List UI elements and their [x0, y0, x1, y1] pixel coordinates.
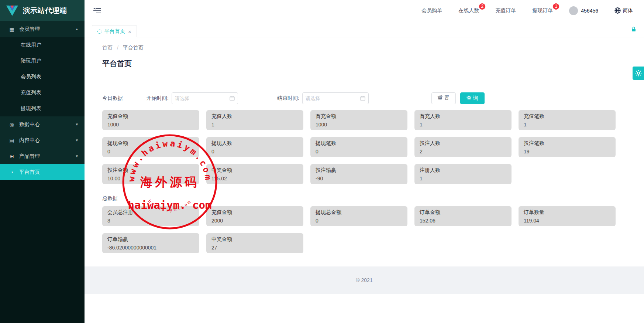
topbar: 会员购单 在线人数 2 充值订单 提现订单 1 — [85, 0, 644, 21]
sidebar-item[interactable]: 内容中心 — [0, 132, 85, 148]
stat-value: -90 — [316, 176, 402, 181]
sidebar-item[interactable]: 提现列表 — [0, 101, 85, 116]
stat-value: 0 — [211, 149, 298, 154]
stat-card: 订单输赢 -86.02000000000001 — [102, 233, 199, 253]
sidebar-item[interactable]: 会员管理 — [0, 21, 85, 37]
page-footer: © 2021 — [85, 266, 644, 294]
stat-card: 首充人数 1 — [414, 110, 512, 130]
grid-icon — [8, 26, 16, 32]
refresh-icon[interactable] — [97, 30, 101, 34]
sidebar-item[interactable]: 平台首页 — [0, 164, 85, 180]
breadcrumb-home[interactable]: 首页 — [102, 45, 113, 51]
end-date-input[interactable] — [306, 96, 360, 101]
start-date-picker[interactable] — [172, 92, 238, 104]
stat-value: 1000 — [107, 122, 194, 127]
stat-label: 会员总注册 — [107, 209, 194, 216]
stat-value: 2 — [420, 149, 506, 154]
stat-card: 投注输赢 -90 — [310, 164, 407, 184]
sidebar-filler — [0, 180, 85, 323]
breadcrumb-separator: / — [117, 45, 118, 51]
top-nav: 会员购单 在线人数 2 充值订单 提现订单 1 — [421, 6, 633, 15]
stat-label: 投注笔数 — [524, 140, 610, 147]
start-time-label: 开始时间: — [147, 95, 169, 102]
stat-value: 115.02 — [211, 176, 298, 181]
stat-value: 119.04 — [524, 218, 610, 224]
settings-gear-button[interactable] — [633, 67, 644, 80]
avatar — [569, 6, 578, 15]
menu-fold-icon[interactable] — [93, 8, 101, 14]
stat-label: 投注金额 — [107, 167, 194, 174]
stat-label: 充值人数 — [211, 113, 298, 120]
stat-card: 注册人数 1 — [414, 164, 512, 184]
stat-card: 中奖金额 27 — [206, 233, 303, 253]
top-nav-item[interactable]: 在线人数 2 — [458, 7, 479, 14]
stat-value: 0 — [107, 149, 194, 154]
stat-label: 提现笔数 — [316, 140, 402, 147]
stat-label: 投注人数 — [420, 140, 506, 147]
stat-label: 充值金额 — [211, 209, 298, 216]
app-title: 演示站代理端 — [23, 6, 67, 16]
stat-label: 订单输赢 — [107, 236, 194, 243]
total-data-label: 总数据 — [102, 195, 616, 202]
stat-card: 提现人数 0 — [206, 137, 303, 157]
end-time-label: 结束时间: — [277, 95, 299, 102]
stat-label: 首充人数 — [420, 113, 506, 120]
breadcrumb-current: 平台首页 — [123, 45, 144, 51]
end-date-picker[interactable] — [302, 92, 369, 104]
start-date-input[interactable] — [175, 96, 230, 101]
sidebar-item[interactable]: 产品管理 — [0, 148, 85, 164]
sidebar-item[interactable]: 陪玩用户 — [0, 53, 85, 69]
breadcrumb: 首页 / 平台首页 — [102, 45, 616, 51]
stat-value: 1 — [420, 176, 506, 181]
stat-value: 27 — [211, 245, 298, 251]
stat-label: 订单数量 — [524, 209, 610, 216]
today-data-label: 今日数据 — [102, 95, 123, 102]
stat-card: 中奖金额 115.02 — [206, 164, 303, 184]
user-menu[interactable]: 456456 — [569, 6, 598, 15]
top-nav-item[interactable]: 提现订单 1 — [532, 7, 553, 14]
tab-platform-home[interactable]: 平台首页 × — [92, 25, 137, 37]
stat-value: 2000 — [211, 218, 298, 224]
chevron-down-icon — [76, 138, 78, 143]
calendar-icon — [360, 96, 365, 101]
sidebar-item[interactable]: 会员列表 — [0, 69, 85, 85]
language-switcher[interactable]: 简体 — [614, 7, 633, 14]
sidebar-item[interactable]: 充值列表 — [0, 85, 85, 101]
stat-value: 10.00 — [107, 176, 194, 181]
lock-icon[interactable] — [631, 26, 637, 32]
chevron-down-icon — [76, 122, 78, 127]
calendar-icon — [230, 96, 235, 101]
top-nav-item[interactable]: 会员购单 — [421, 7, 442, 14]
reset-button[interactable]: 重 置 — [431, 92, 456, 104]
count-badge: 1 — [552, 3, 559, 10]
data-center-icon — [8, 122, 16, 127]
stat-label: 充值笔数 — [524, 113, 610, 120]
top-nav-item[interactable]: 充值订单 — [495, 7, 516, 14]
total-stats-grid: 会员总注册 3 充值金额 2000 提现总金额 0 订单金额 152.06 — [102, 206, 616, 253]
filter-buttons: 重 置 查 询 — [431, 92, 485, 104]
today-stats-grid: 充值金额 1000 充值人数 1 首充金额 1000 首充人数 1 — [102, 110, 616, 184]
logo: 演示站代理端 — [0, 0, 85, 21]
close-icon[interactable]: × — [128, 29, 131, 34]
tab-label: 平台首页 — [104, 28, 125, 35]
stat-label: 中奖金额 — [211, 167, 298, 174]
stat-value: 0 — [316, 218, 402, 224]
stat-label: 充值金额 — [107, 113, 194, 120]
stat-label: 提现人数 — [211, 140, 298, 147]
stat-value: 152.06 — [420, 218, 506, 224]
tab-bar: 平台首页 × — [85, 21, 644, 37]
page-content: 首页 / 平台首页 平台首页 今日数据 开始时间: 结束时间: — [85, 37, 644, 266]
query-button[interactable]: 查 询 — [460, 92, 485, 104]
stat-card: 充值人数 1 — [206, 110, 303, 130]
sidebar-item[interactable]: 在线用户 — [0, 37, 85, 53]
filter-row: 今日数据 开始时间: 结束时间: 重 置 查 询 — [102, 92, 616, 104]
stat-card: 会员总注册 3 — [102, 206, 199, 226]
stat-label: 订单金额 — [420, 209, 506, 216]
chevron-down-icon — [76, 154, 78, 159]
sidebar-item[interactable]: 数据中心 — [0, 116, 85, 132]
stat-value: 1 — [211, 122, 298, 127]
stat-card: 订单数量 119.04 — [519, 206, 616, 226]
vue-logo-icon — [6, 5, 18, 16]
product-icon — [8, 153, 16, 159]
sidebar: 演示站代理端 会员管理 在线用户 陪玩用户 会员列表 — [0, 0, 85, 323]
